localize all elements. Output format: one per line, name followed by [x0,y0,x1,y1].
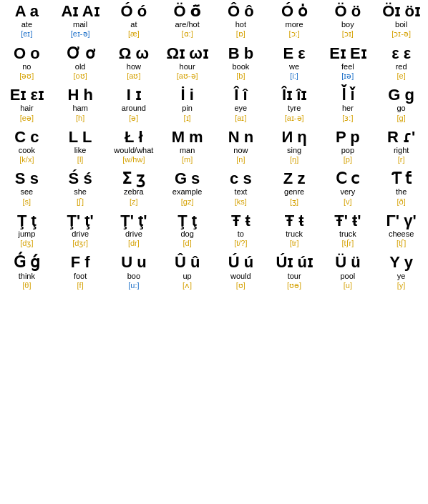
phonetic-letter: P p [336,129,360,146]
phonetic-ipa: [b] [236,71,245,81]
phonetic-letter: Ŧ ŧ [231,212,251,229]
phonetic-ipa: [əʊ] [19,71,34,81]
phonetic-ipa: [h] [76,114,84,123]
phonetic-letter: ε ε [391,45,411,62]
phonetic-cell: L Llike[l] [54,126,107,168]
phonetic-word: sing [287,146,301,155]
phonetic-ipa: [ʃ] [77,197,84,207]
phonetic-ipa: [tʃ] [397,239,406,248]
phonetic-word: drive [125,229,142,239]
phonetic-cell: G ggo[g] [374,84,428,126]
phonetic-ipa: [u] [344,281,352,290]
phonetic-word: tyre [288,104,301,113]
phonetic-letter: Ú ú [228,254,253,271]
phonetic-letter: Γ' γ' [386,212,417,229]
phonetic-word: around [122,104,146,113]
phonetic-ipa: [e] [397,71,406,81]
phonetic-letter: O o [14,45,40,62]
phonetic-cell: N nnow[n] [214,126,268,168]
phonetic-ipa: [gz] [181,197,194,207]
phonetic-cell: E εwe[i:] [268,42,321,84]
phonetic-ipa: [ks] [235,197,247,207]
phonetic-cell: Ω ωhow[aʊ] [107,42,161,84]
phonetic-ipa: [ʌ] [183,281,192,290]
phonetic-ipa: [s] [23,197,31,207]
phonetic-cell: Γ' γ'cheese[tʃ] [374,209,428,252]
phonetic-cell: G sexample[gz] [160,167,214,209]
phonetic-cell: C ccook[k/x] [0,126,54,168]
phonetic-ipa: [aɪ] [235,114,246,123]
phonetic-ipa: [r] [398,155,405,164]
phonetic-letter: Úɪ úɪ [276,254,312,271]
phonetic-word: at [130,20,137,29]
phonetic-ipa: [ɑ:] [182,29,193,39]
phonetic-cell: Ţ' ţ'drive[dʒr] [54,209,107,252]
phonetic-word: go [397,104,406,113]
phonetic-cell: Ǐ ǐher[ɜ:] [321,84,375,126]
phonetic-cell: Ŧ ŧtruck[tr] [268,209,321,252]
phonetic-word: more [286,20,303,29]
phonetic-word: boy [341,20,354,29]
phonetic-letter: Ţ' ţ' [120,212,147,229]
phonetic-word: man [180,146,195,155]
phonetic-letter: G g [388,87,414,104]
phonetic-word: now [233,146,248,155]
phonetic-word: example [172,187,203,197]
phonetic-letter: Ţ ţ [177,212,197,229]
phonetic-letter: Ŧ' ŧ' [334,212,361,229]
phonetic-cell: B bbook[b] [214,42,268,84]
phonetic-word: very [340,187,355,197]
phonetic-cell: Ö öboy[ɔɪ] [321,0,375,42]
phonetic-letter: Ƭ ƭ [391,170,412,187]
phonetic-ipa: [d] [183,239,192,248]
phonetic-ipa: [dʒ] [20,239,33,248]
phonetic-letter: S s [15,170,39,187]
phonetic-ipa: [ʊə] [287,281,301,290]
phonetic-letter: C c [14,129,39,146]
phonetic-word: old [75,62,86,71]
phonetic-letter: U u [121,254,146,271]
phonetic-word: ham [72,104,87,113]
phonetic-cell: Ţ ţdog[d] [160,209,214,252]
phonetic-letter: Ţ' ţ' [67,212,93,229]
phonetic-word: jump [18,229,35,239]
phonetic-cell: Ú úwould[ʊ] [214,251,268,293]
phonetic-cell: Û ûup[ʌ] [160,251,214,293]
phonetic-word: pool [340,272,355,281]
phonetic-cell: I ɪaround[ə] [107,84,161,126]
phonetic-letter: Y y [389,254,413,271]
phonetic-letter: Ö ö̈ [173,3,200,20]
phonetic-letter: И η [281,129,306,146]
phonetic-letter: Ö ö [335,3,361,20]
phonetic-ipa: [ɒ] [236,29,245,39]
phonetic-word: mail [73,20,87,29]
phonetic-ipa: [k/x] [19,155,34,164]
phonetic-ipa: [m] [182,155,193,164]
phonetic-ipa: [u:] [128,281,139,290]
phonetic-cell: ε εred[e] [374,42,428,84]
phonetic-word: would [230,272,251,281]
phonetic-ipa: [ə] [129,114,138,123]
phonetic-cell: Úɪ úɪtour[ʊə] [268,251,321,293]
phonetic-word: zebra [124,187,144,197]
phonetic-ipa: [l] [77,155,84,164]
phonetic-word: her [342,104,354,113]
phonetic-word: eye [235,104,248,113]
phonetic-letter: Ţ ţ [17,212,37,229]
phonetic-cell: Ƭ ƭthe[ð] [374,167,428,209]
phonetic-ipa: [p] [344,155,352,164]
phonetic-ipa: [eɪ-ə] [71,29,90,39]
phonetic-word: red [396,62,407,71]
phonetic-cell: Ŧ ŧto[t/?] [214,209,268,252]
phonetic-cell: İ ipin[ɪ] [160,84,214,126]
phonetic-word: truck [339,229,356,239]
phonetic-ipa: [y] [397,281,406,290]
phonetic-cell: R ɾ'right[r] [374,126,428,168]
phonetic-word: to [238,229,244,239]
phonetic-letter: Ó ȯ [281,3,307,20]
phonetic-ipa: [ɜ:] [342,114,353,123]
phonetic-ipa: [ð] [397,197,406,207]
phonetic-cell: Ʃ ʒzebra[z] [107,167,161,209]
phonetic-cell: Eɪ εɪhair[eə] [0,84,54,126]
phonetic-letter: Ś ś [69,170,92,187]
